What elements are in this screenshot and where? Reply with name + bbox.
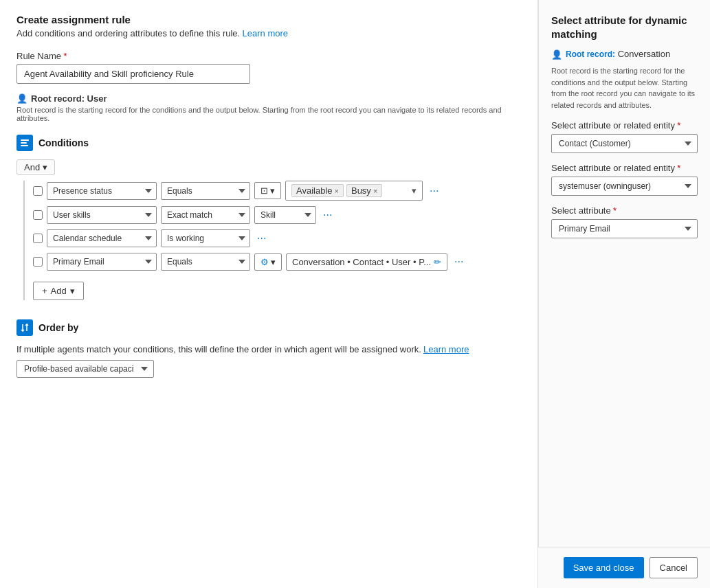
- chevron-down-icon[interactable]: ▾: [412, 185, 417, 196]
- conditions-icon: [16, 135, 33, 151]
- left-panel: Create assignment rule Add conditions an…: [0, 0, 538, 588]
- learn-more-link[interactable]: Learn more: [243, 28, 288, 38]
- conditions-header: Conditions: [16, 135, 521, 151]
- page-title: Create assignment rule: [16, 14, 521, 25]
- attr3-label: Select attribute *: [551, 205, 698, 216]
- rule-name-input[interactable]: [16, 64, 250, 84]
- chevron-down-icon: ▾: [70, 286, 75, 296]
- table-row: User skills Exact match Skill ···: [33, 206, 521, 224]
- cancel-button[interactable]: Cancel: [650, 557, 698, 578]
- row3-field-select[interactable]: Calendar schedule: [47, 229, 157, 247]
- presence-icon: ⊡: [260, 185, 268, 196]
- and-badge[interactable]: And ▾: [16, 159, 55, 175]
- row1-more-btn[interactable]: ···: [427, 185, 441, 197]
- close-icon[interactable]: ×: [335, 187, 339, 195]
- tag-busy: Busy ×: [346, 184, 382, 197]
- person-icon: 👤: [551, 49, 562, 60]
- order-by-desc: If multiple agents match your conditions…: [16, 344, 521, 354]
- person-icon: 👤: [16, 93, 27, 104]
- order-by-icon: [16, 319, 33, 336]
- chevron-down-icon: ▾: [43, 162, 47, 172]
- order-by-section: Order by If multiple agents match your c…: [16, 319, 521, 378]
- order-learn-more-link[interactable]: Learn more: [423, 344, 469, 354]
- row4-checkbox[interactable]: [33, 257, 43, 267]
- attr3-select[interactable]: Primary Email: [551, 219, 698, 238]
- attr1-label: Select attribute or related entity *: [551, 120, 698, 131]
- row2-more-btn[interactable]: ···: [320, 209, 335, 221]
- attr2-select[interactable]: systemuser (owninguser): [551, 177, 698, 196]
- row1-value-multiselect[interactable]: Available × Busy × ▾: [285, 181, 423, 201]
- plus-icon: +: [42, 286, 47, 296]
- root-record-title: 👤 Root record: User: [16, 93, 521, 104]
- row4-type-btn[interactable]: ⚙ ▾: [254, 253, 282, 271]
- right-panel: Select attribute for dynamic matching 👤 …: [538, 0, 710, 588]
- right-root-record: 👤 Root record: Conversation: [551, 49, 698, 60]
- svg-rect-0: [21, 139, 29, 141]
- order-by-title: Order by: [38, 322, 78, 333]
- save-and-close-button[interactable]: Save and close: [564, 557, 644, 578]
- right-root-desc: Root record is the starting record for t…: [551, 65, 698, 111]
- row3-checkbox[interactable]: [33, 234, 43, 243]
- svg-rect-1: [21, 142, 27, 144]
- row1-operator-select[interactable]: Equals: [161, 182, 250, 200]
- bottom-bar: Save and close Cancel: [538, 547, 710, 588]
- attr1-select[interactable]: Contact (Customer): [551, 134, 698, 153]
- conditions-title: Conditions: [38, 137, 89, 148]
- attr2-label: Select attribute or related entity *: [551, 163, 698, 173]
- conditions-list: Presence status Equals ⊡ ▾ Available × B…: [23, 181, 521, 300]
- row1-checkbox[interactable]: [33, 186, 43, 196]
- svg-rect-2: [21, 145, 28, 146]
- chevron-down-icon: ▾: [271, 257, 276, 267]
- order-by-select[interactable]: Profile-based available capacity: [16, 360, 154, 378]
- table-row: Calendar schedule Is working ···: [33, 229, 521, 247]
- conditions-area: Conditions And ▾ Presence status Equals …: [16, 135, 521, 300]
- dynamic-icon: ⚙: [260, 257, 269, 267]
- root-record-desc: Root record is the starting record for t…: [16, 106, 521, 122]
- row2-field-select[interactable]: User skills: [47, 206, 157, 224]
- row4-field-select[interactable]: Primary Email: [47, 253, 157, 271]
- row4-dynamic-value[interactable]: Conversation • Contact • User • P... ✏: [286, 253, 447, 271]
- row2-checkbox[interactable]: [33, 210, 43, 220]
- row4-operator-select[interactable]: Equals: [161, 253, 250, 271]
- row3-operator-select[interactable]: Is working: [161, 229, 250, 247]
- table-row: Primary Email Equals ⚙ ▾ Conversation • …: [33, 253, 521, 271]
- add-condition-button[interactable]: + Add ▾: [33, 282, 84, 300]
- close-icon[interactable]: ×: [373, 187, 377, 195]
- row1-field-select[interactable]: Presence status: [47, 182, 157, 200]
- order-by-header: Order by: [16, 319, 521, 336]
- row2-operator-select[interactable]: Exact match: [161, 206, 250, 224]
- edit-icon[interactable]: ✏: [434, 257, 441, 267]
- tag-available: Available ×: [291, 184, 344, 197]
- row4-more-btn[interactable]: ···: [452, 256, 466, 268]
- row1-type-btn[interactable]: ⊡ ▾: [254, 182, 281, 199]
- table-row: Presence status Equals ⊡ ▾ Available × B…: [33, 181, 521, 201]
- root-record-section: 👤 Root record: User Root record is the s…: [16, 93, 521, 122]
- rule-name-label: Rule Name *: [16, 51, 521, 61]
- right-panel-title: Select attribute for dynamic matching: [551, 14, 698, 41]
- row2-value-select[interactable]: Skill: [254, 206, 316, 224]
- row3-more-btn[interactable]: ···: [254, 232, 269, 245]
- page-subtitle: Add conditions and ordering attributes t…: [16, 28, 521, 38]
- chevron-down-icon: ▾: [270, 185, 275, 196]
